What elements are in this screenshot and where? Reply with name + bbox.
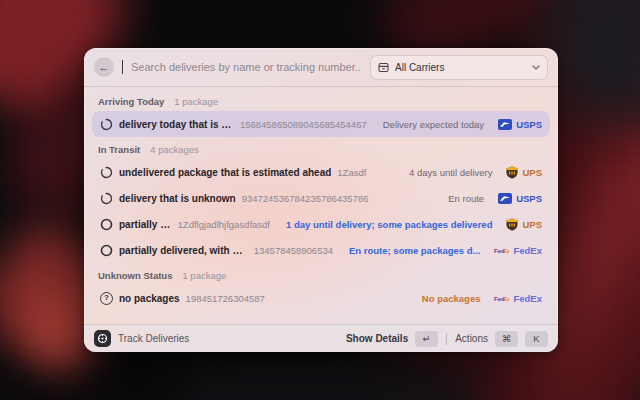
return-key-badge: ↵ (415, 331, 438, 347)
section-title: Arriving Today (98, 96, 164, 107)
delivery-row[interactable]: undelivered package that is estimated ah… (92, 159, 550, 185)
carrier-badge-ups: UPS (506, 166, 542, 179)
carrier-badge-usps: USPS (498, 119, 542, 130)
carrier-name: FedEx (513, 245, 542, 256)
delivery-row[interactable]: ? no packages 198451726304587 No package… (92, 285, 550, 311)
delivery-status: No packages (422, 293, 481, 304)
progress-ring-icon (100, 244, 113, 257)
section-count: 4 packages (150, 144, 199, 155)
section-title: In Transit (98, 144, 140, 155)
tracking-number: 198451726304587 (186, 293, 265, 304)
back-arrow-icon: ← (99, 61, 110, 73)
command-key-badge: ⌘ (495, 331, 518, 347)
svg-text:Ex: Ex (503, 248, 509, 254)
carrier-name: FedEx (513, 293, 542, 304)
delivery-status: Delivery expected today (383, 119, 484, 130)
track-deliveries-window: ← All Carriers Arriving Today 1 package … (84, 48, 558, 352)
delivery-title: partially delivered (119, 219, 172, 230)
app-name: Track Deliveries (118, 333, 189, 344)
progress-ring-icon (100, 118, 113, 131)
back-button[interactable]: ← (94, 57, 114, 77)
delivery-title: undelivered package that is estimated ah… (119, 167, 331, 178)
delivery-title: delivery today that is undelivered (119, 119, 234, 130)
show-details-button[interactable]: Show Details (346, 333, 408, 344)
results-list: Arriving Today 1 package delivery today … (84, 87, 558, 311)
actions-button[interactable]: Actions (455, 333, 488, 344)
tracking-number: 1Zasdf (337, 167, 366, 178)
section-header-unknown-status: Unknown Status 1 package (98, 270, 544, 281)
delivery-row[interactable]: delivery that is unknown 934724536784235… (92, 185, 550, 211)
track-deliveries-app-icon (94, 330, 111, 347)
progress-ring-icon (100, 192, 113, 205)
delivery-status: 4 days until delivery (409, 167, 492, 178)
carrier-name: UPS (522, 219, 542, 230)
carrier-filter-dropdown[interactable]: All Carriers (370, 55, 548, 80)
fedex-logo-icon: FedEx (494, 246, 509, 254)
action-bar: Track Deliveries Show Details ↵ Actions … (84, 324, 558, 352)
delivery-status: En route (448, 193, 484, 204)
footer-divider (446, 333, 447, 345)
carrier-badge-fedex: FedEx FedEx (494, 293, 542, 304)
carrier-badge-ups: UPS (506, 218, 542, 231)
svg-text:Ex: Ex (503, 296, 509, 302)
carriers-filter-icon (378, 62, 389, 73)
section-header-in-transit: In Transit 4 packages (98, 144, 544, 155)
delivery-status: 1 day until delivery; some packages deli… (286, 219, 492, 230)
background-shape (548, 0, 640, 120)
delivery-title: partially delivered, with unknown delive… (119, 245, 248, 256)
delivery-row[interactable]: partially delivered, with unknown delive… (92, 237, 550, 263)
ups-logo-icon (506, 218, 518, 231)
ups-logo-icon (506, 166, 518, 179)
delivery-title: no packages (119, 293, 180, 304)
usps-logo-icon (498, 193, 512, 204)
section-count: 1 package (182, 270, 226, 281)
delivery-status: En route; some packages d... (349, 245, 480, 256)
section-count: 1 package (174, 96, 218, 107)
carrier-name: USPS (516, 193, 542, 204)
carrier-name: USPS (516, 119, 542, 130)
fedex-logo-icon: FedEx (494, 294, 509, 302)
carrier-badge-usps: USPS (498, 193, 542, 204)
question-circle-icon: ? (100, 292, 113, 305)
progress-ring-icon (100, 166, 113, 179)
carrier-filter-value: All Carriers (395, 62, 526, 73)
k-key-badge: K (525, 331, 548, 347)
chevron-down-icon (532, 65, 540, 70)
section-title: Unknown Status (98, 270, 172, 281)
usps-logo-icon (498, 119, 512, 130)
delivery-row[interactable]: delivery today that is undelivered 15684… (92, 111, 550, 137)
search-input[interactable] (131, 61, 362, 73)
delivery-title: delivery that is unknown (119, 193, 236, 204)
tracking-number: 1Zdflgjadlhjfgasdfasdf (178, 219, 270, 230)
tracking-number: 934724536784235786435786 (242, 193, 369, 204)
section-header-arriving-today: Arriving Today 1 package (98, 96, 544, 107)
delivery-row[interactable]: partially delivered 1Zdflgjadlhjfgasdfas… (92, 211, 550, 237)
search-header: ← All Carriers (84, 48, 558, 86)
tracking-number: 156845865089045685454467 (240, 119, 367, 130)
text-cursor (122, 60, 123, 74)
background-shape (180, 360, 480, 400)
tracking-number: 134578458906534 (254, 245, 333, 256)
carrier-name: UPS (522, 167, 542, 178)
carrier-badge-fedex: FedEx FedEx (494, 245, 542, 256)
progress-ring-icon (100, 218, 113, 231)
